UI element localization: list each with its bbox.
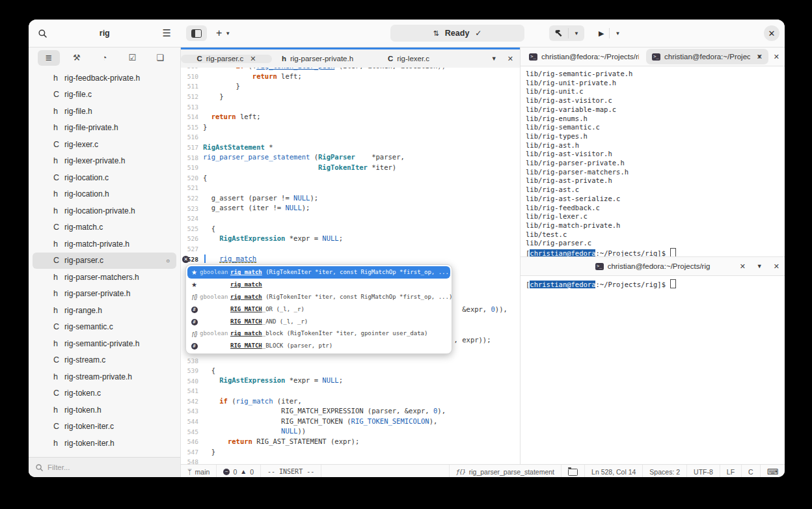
tab-close-icon[interactable]: ✕ xyxy=(250,55,256,63)
hammer-icon[interactable] xyxy=(549,28,568,38)
code-line[interactable]: 514 return left; xyxy=(181,112,520,122)
editor-tab[interactable]: hrig-parser-private.h xyxy=(272,55,363,62)
terminal2-frame-close-icon[interactable]: ✕ xyxy=(774,262,779,271)
encoding-setting[interactable]: UTF-8 xyxy=(686,465,720,477)
file-row[interactable]: hrig-feedback-private.h xyxy=(33,70,176,87)
code-line[interactable]: 542 if (rig_match (iter, xyxy=(181,396,520,407)
code-line[interactable]: 539 { xyxy=(181,366,520,376)
code-line[interactable]: 523 g_assert (iter != NULL); xyxy=(181,203,520,213)
code-line[interactable]: 546 return RIG_AST_STATEMENT (expr); xyxy=(181,437,520,447)
code-line[interactable]: 513 xyxy=(181,102,520,112)
file-row[interactable]: hrig-file.h xyxy=(33,103,176,120)
terminal-tab[interactable]: >_christian@fedora:~/Projects✕ xyxy=(646,49,768,64)
run-options-chevron-icon[interactable]: ▼ xyxy=(609,28,625,38)
code-line[interactable]: 521 xyxy=(181,183,520,193)
code-line[interactable]: 510 return left; xyxy=(181,72,520,82)
file-row[interactable]: Crig-stream.c xyxy=(33,352,176,369)
code-line[interactable]: 520{ xyxy=(181,173,520,184)
frame-close-icon[interactable]: ✕ xyxy=(508,55,513,63)
code-line[interactable]: 524 xyxy=(181,213,520,224)
code-line[interactable]: 518rig_parser_parse_statement (RigParser… xyxy=(181,152,520,163)
code-line[interactable]: ✕528 rig_match xyxy=(181,254,520,264)
code-line[interactable]: 517RigAstStatement * xyxy=(181,143,520,153)
completion-item[interactable]: #RIG_MATCH_AND (_l, _r) xyxy=(187,315,450,327)
code-line[interactable]: 516 xyxy=(181,132,520,143)
tab-documentation[interactable]: ❏ xyxy=(149,50,171,66)
file-row[interactable]: hrig-semantic-private.h xyxy=(33,335,176,352)
editor-tab[interactable]: Crig-parser.c✕ xyxy=(181,55,272,63)
completion-item[interactable]: ƒ{}gbooleanrig_match (RigTokenIter *iter… xyxy=(187,291,450,303)
terminal-pane-bottom[interactable]: [christian@fedora:~/Projects/rig]$ xyxy=(521,276,785,464)
cursor-position[interactable]: Ln 528, Col 14 xyxy=(584,465,642,477)
file-row[interactable]: hrig-location-private.h xyxy=(33,202,176,219)
code-line[interactable]: 541 xyxy=(181,386,520,396)
file-row[interactable]: hrig-file-private.h xyxy=(33,120,176,137)
code-line[interactable]: 527 xyxy=(181,244,520,255)
code-line[interactable]: 525 { xyxy=(181,224,520,234)
code-line[interactable]: 548 xyxy=(181,457,520,464)
tab-list-chevron-icon[interactable]: ▼ xyxy=(491,55,497,62)
keyboard-button[interactable]: ⌨ xyxy=(760,465,785,477)
filter-bar[interactable]: Filter... xyxy=(29,457,180,477)
code-line[interactable]: 511 } xyxy=(181,81,520,92)
file-row[interactable]: hrig-parser-private.h xyxy=(33,286,176,303)
file-row[interactable]: Crig-parser.c○ xyxy=(33,253,176,269)
code-line[interactable]: 515} xyxy=(181,122,520,133)
file-row[interactable]: hrig-token.h xyxy=(33,402,176,419)
completion-item[interactable]: #RIG_MATCH_OR (_l, _r) xyxy=(187,303,450,315)
build-options-chevron-icon[interactable]: ▼ xyxy=(568,28,584,38)
file-row[interactable]: Crig-semantic.c xyxy=(33,319,176,336)
code-line[interactable]: 547 } xyxy=(181,447,520,458)
file-row[interactable]: hrig-location.h xyxy=(33,186,176,203)
language-setting[interactable]: C xyxy=(741,465,760,477)
diagnostics-indicator[interactable]: − 0 ▲ 0 xyxy=(217,465,261,477)
file-row[interactable]: Crig-location.c xyxy=(33,169,176,186)
tab-build[interactable]: ⚒ xyxy=(66,50,88,66)
completion-item[interactable]: ★gbooleanrig_match (RigTokenIter *iter, … xyxy=(187,266,450,279)
file-row[interactable]: Crig-file.c xyxy=(33,87,176,103)
current-symbol[interactable]: ƒ{} rig_parser_parse_statement xyxy=(449,465,561,477)
build-button[interactable]: ▼ xyxy=(549,25,584,41)
file-row[interactable]: hrig-lexer-private.h xyxy=(33,153,176,170)
code-line[interactable]: 545 NULL)) xyxy=(181,426,520,437)
code-line[interactable]: 540 RigAstExpression *expr = NULL; xyxy=(181,376,520,386)
terminal-pane-top[interactable]: lib/rig-semantic-private.hlib/rig-unit-p… xyxy=(521,66,785,256)
file-row[interactable]: Crig-token.c xyxy=(33,385,176,402)
code-line[interactable]: 519 RigTokenIter *iter) xyxy=(181,163,520,173)
file-row[interactable]: hrig-range.h xyxy=(33,302,176,319)
terminal-frame-close-icon[interactable]: ✕ xyxy=(774,53,779,61)
tab-web[interactable]: ◔ xyxy=(94,50,116,66)
window-close-button[interactable]: ✕ xyxy=(764,25,779,41)
file-row[interactable]: hrig-parser-matchers.h xyxy=(33,269,176,286)
terminal2-chevron-icon[interactable]: ▼ xyxy=(757,263,763,269)
completion-item[interactable]: ƒ{}gbooleanrig_match_block (RigTokenIter… xyxy=(187,327,450,340)
panel-toggle-button[interactable] xyxy=(186,25,207,41)
code-line[interactable]: 538 xyxy=(181,355,520,366)
file-row[interactable]: Crig-lexer.c xyxy=(33,136,176,153)
search-icon[interactable] xyxy=(38,29,47,38)
file-row[interactable]: Crig-token-iter.c xyxy=(33,419,176,435)
editor-tab[interactable]: Crig-lexer.c xyxy=(363,55,454,62)
code-line[interactable]: 526 RigAstExpression *expr = NULL; xyxy=(181,234,520,244)
code-line[interactable]: 543 RIG_MATCH_EXPRESSION (parser, &expr,… xyxy=(181,406,520,417)
tab-project-tree[interactable]: ≣ xyxy=(38,50,60,66)
branch-indicator[interactable]: ᛘ main xyxy=(181,465,217,477)
completion-item[interactable]: ★rig_match xyxy=(187,279,450,291)
terminal-tab-list-chevron-icon[interactable]: ▼ xyxy=(757,53,763,60)
code-line[interactable]: 512 } xyxy=(181,92,520,102)
terminal2-tab[interactable]: >_ christian@fedora:~/Projects/rig xyxy=(595,262,710,270)
code-editor[interactable]: 509 if (!rig_token_iter_peek (iter, &tok… xyxy=(181,68,520,464)
terminal2-tab-close-icon[interactable]: ✕ xyxy=(740,262,746,271)
file-row[interactable]: hrig-stream-private.h xyxy=(33,368,176,385)
indentation-setting[interactable]: Spaces: 2 xyxy=(642,465,686,477)
code-line[interactable]: 544 RIG_MATCH_TOKEN (RIG_TOKEN_SEMICOLON… xyxy=(181,417,520,427)
run-icon[interactable]: ▶ xyxy=(593,28,609,38)
menu-icon[interactable]: ☰ xyxy=(163,27,171,39)
omnibar-button[interactable]: ⇅ Ready ✓ xyxy=(390,25,524,42)
code-line[interactable]: 522 g_assert (parser != NULL); xyxy=(181,193,520,204)
eol-setting[interactable]: LF xyxy=(720,465,741,477)
tab-todo[interactable]: ☑ xyxy=(121,50,143,66)
completion-item[interactable]: #RIG_MATCH_BLOCK (parser, ptr) xyxy=(187,340,450,352)
file-browser-button[interactable] xyxy=(561,465,584,477)
file-row[interactable]: hrig-match-private.h xyxy=(33,236,176,253)
